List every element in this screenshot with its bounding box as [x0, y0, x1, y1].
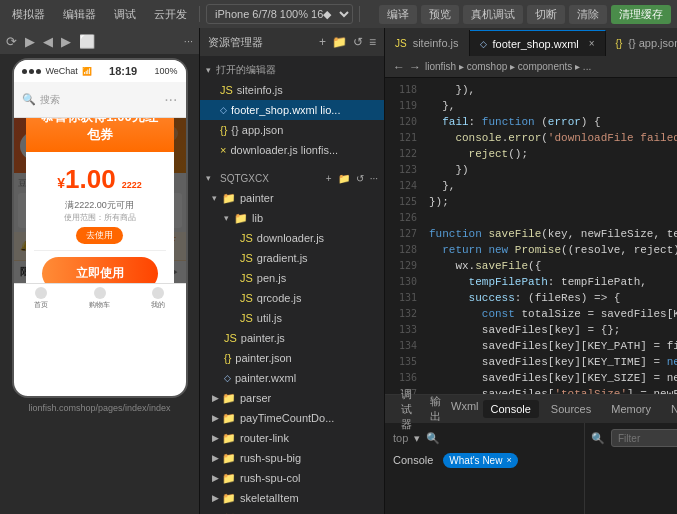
- file-painter-js[interactable]: JS painter.js: [200, 328, 384, 348]
- clean-button[interactable]: 清除: [569, 5, 607, 24]
- folder-lib[interactable]: ▾ 📁 lib: [200, 208, 384, 228]
- devtools-tab-memory[interactable]: Memory: [603, 400, 659, 418]
- open-file-appjson[interactable]: {} {} app.json: [200, 120, 384, 140]
- project-dots-icon[interactable]: ···: [370, 173, 378, 184]
- open-editors-arrow: ▾: [206, 65, 216, 75]
- skeletal-icon: 📁: [222, 492, 236, 505]
- project-refresh-icon[interactable]: ↺: [356, 173, 364, 184]
- tab-cart[interactable]: 购物车: [89, 287, 110, 310]
- file-gradient[interactable]: JS gradient.js: [200, 248, 384, 268]
- folder-painter[interactable]: ▾ 📁 painter: [200, 188, 384, 208]
- phone-url-bar: lionfish.comshop/pages/index/index: [22, 398, 176, 418]
- modal-action-button[interactable]: 立即使用: [42, 257, 158, 284]
- filter-input[interactable]: [611, 429, 677, 447]
- folder-skeletal[interactable]: ▶ 📁 skeletalItem: [200, 488, 384, 508]
- nav-search[interactable]: 🔍 搜索: [22, 93, 60, 107]
- editor-tabs: JS siteinfo.js ◇ footer_shop.wxml × {} {…: [385, 28, 677, 56]
- lib-arrow: ▾: [224, 213, 234, 223]
- phone-rotate-icon[interactable]: ⟳: [6, 34, 17, 49]
- file-qrcode[interactable]: JS qrcode.js: [200, 288, 384, 308]
- collapse-icon[interactable]: ≡: [369, 35, 376, 49]
- phone-home-icon[interactable]: ⬜: [79, 34, 95, 49]
- toolbar-right: 编译 预览 真机调试 切断 清除 清理缓存: [379, 5, 671, 24]
- folder-router[interactable]: ▶ 📁 router-link: [200, 428, 384, 448]
- new-file-icon[interactable]: +: [319, 35, 326, 49]
- folder-paytime[interactable]: ▶ 📁 payTimeCountDo...: [200, 408, 384, 428]
- save-button[interactable]: 清理缓存: [611, 5, 671, 24]
- filetree-header: 资源管理器 + 📁 ↺ ≡: [200, 28, 384, 56]
- painter-js-icon: JS: [224, 332, 237, 344]
- folder-parser[interactable]: ▶ 📁 parser: [200, 388, 384, 408]
- nav-more-icon[interactable]: ···: [164, 91, 177, 109]
- tab-home[interactable]: 首页: [34, 287, 48, 310]
- top-dropdown-icon[interactable]: ▾: [414, 432, 420, 445]
- project-header[interactable]: ▾ SQTGXCX + 📁 ↺ ···: [200, 168, 384, 188]
- editor-tab-siteinfo[interactable]: JS siteinfo.js: [385, 30, 470, 56]
- modal-header: 恭喜你获得1.00元红包券: [26, 118, 174, 152]
- devtools-tab-console[interactable]: Console: [483, 400, 539, 418]
- search-placeholder: 搜索: [40, 93, 60, 107]
- folder-rush-col[interactable]: ▶ 📁 rush-spu-col: [200, 468, 384, 488]
- tab-footer-close[interactable]: ×: [589, 38, 595, 49]
- folder-rush-big[interactable]: ▶ 📁 rush-spu-big: [200, 448, 384, 468]
- phone-nav: 🔍 搜索 ···: [14, 82, 186, 118]
- rush-col-arrow: ▶: [212, 473, 222, 483]
- real-debug-button[interactable]: 真机调试: [463, 5, 523, 24]
- cut-button[interactable]: 切断: [527, 5, 565, 24]
- toolbar-editor[interactable]: 编辑器: [57, 5, 102, 24]
- toolbar-debug[interactable]: 调试: [108, 5, 142, 24]
- new-folder-icon[interactable]: 📁: [332, 35, 347, 49]
- phone-content: 🌅 嗨 A-涤刷,刷下单啦 优选 日送达 豆...: [14, 118, 186, 283]
- modal-overlay[interactable]: 恭喜你获得1.00元红包券 ¥ 1.00 2222 满2222.00元可用 使用…: [14, 118, 186, 283]
- project-folder-icon[interactable]: 📁: [338, 173, 350, 184]
- devtools-tab-network[interactable]: Netwo...: [663, 400, 677, 418]
- file-pen[interactable]: JS pen.js: [200, 268, 384, 288]
- paytime-label: payTimeCountDo...: [240, 412, 334, 424]
- file-painter-wxml[interactable]: ◇ painter.wxml: [200, 368, 384, 388]
- painter-arrow: ▾: [212, 193, 222, 203]
- whats-new-close[interactable]: ×: [506, 455, 511, 465]
- modal-use-button[interactable]: 去使用: [76, 227, 123, 244]
- phone-container: WeChat 📶 18:19 100% 🔍 搜索 ···: [0, 54, 199, 514]
- nav-back-arrow[interactable]: ←: [393, 60, 405, 74]
- file-util[interactable]: JS util.js: [200, 308, 384, 328]
- code-editor[interactable]: }), }, fail: function (error) { console.…: [421, 78, 677, 394]
- time-label: 18:19: [109, 65, 137, 77]
- carrier-label: WeChat: [46, 66, 78, 76]
- phone-back-icon[interactable]: ◀: [43, 34, 53, 49]
- file-painter-json[interactable]: {} painter.json: [200, 348, 384, 368]
- phone-more-icon[interactable]: ···: [184, 35, 193, 47]
- filter-icon[interactable]: 🔍: [426, 432, 440, 445]
- project-add-icon[interactable]: +: [326, 173, 332, 184]
- pen-icon: JS: [240, 272, 253, 284]
- toolbar-cloud[interactable]: 云开发: [148, 5, 193, 24]
- parser-label: parser: [240, 392, 271, 404]
- devtools-tab-output[interactable]: 输出: [422, 391, 449, 427]
- devtools-tab-sources[interactable]: Sources: [543, 400, 599, 418]
- devtools-filter: 🔍: [591, 429, 671, 447]
- device-select[interactable]: iPhone 6/7/8 100% 16◆: [206, 4, 353, 24]
- whats-new-badge[interactable]: What's New ×: [443, 453, 517, 468]
- nav-forward-arrow[interactable]: →: [409, 60, 421, 74]
- open-file-downloader[interactable]: × downloader.js lionfis...: [200, 140, 384, 160]
- modal-condition: 使用范围：所有商品: [34, 212, 166, 223]
- project-actions: + 📁 ↺ ···: [326, 173, 378, 184]
- phone-status-bar: WeChat 📶 18:19 100%: [14, 60, 186, 82]
- phone-forward-icon[interactable]: ▶: [61, 34, 71, 49]
- editor-tab-footer[interactable]: ◇ footer_shop.wxml ×: [470, 30, 606, 56]
- refresh-icon[interactable]: ↺: [353, 35, 363, 49]
- preview-button[interactable]: 预览: [421, 5, 459, 24]
- tab-profile[interactable]: 我的: [151, 287, 165, 310]
- file-downloader[interactable]: JS downloader.js: [200, 228, 384, 248]
- console-label-text: Console: [393, 454, 433, 466]
- devtools-right-panel: 🔍: [585, 423, 677, 514]
- phone-play-icon[interactable]: ▶: [25, 34, 35, 49]
- toolbar-simulate[interactable]: 模拟器: [6, 5, 51, 24]
- compile-button[interactable]: 编译: [379, 5, 417, 24]
- editor-tab-appjson[interactable]: {} {} app.json: [606, 30, 677, 56]
- open-file-siteinfo[interactable]: JS siteinfo.js: [200, 80, 384, 100]
- devtools-tab-wxml[interactable]: Wxml: [451, 400, 479, 418]
- folder-single[interactable]: ▶ 📁 singleSkultem: [200, 508, 384, 514]
- open-file-footer[interactable]: ◇ footer_shop.wxml lio...: [200, 100, 384, 120]
- open-editors-header[interactable]: ▾ 打开的编辑器: [200, 60, 384, 80]
